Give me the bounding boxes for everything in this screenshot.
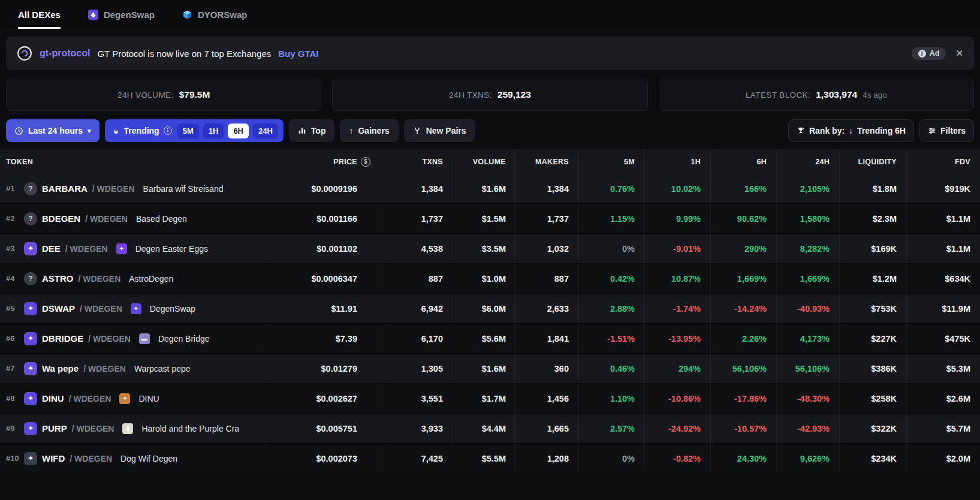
trending-pill[interactable]: 1H <box>203 124 224 138</box>
token-cell: #5 ✦ DSWAP / WDEGEN ✦ DegenSwap <box>0 294 264 323</box>
table-row[interactable]: #6 ✦ DBRIDGE / WDEGEN ▬ Degen Bridge $7.… <box>0 324 980 354</box>
token-name: Based Degen <box>136 214 187 224</box>
trending-pill[interactable]: 24H <box>253 124 278 138</box>
change-1h-cell: -1.74% <box>644 294 710 323</box>
top-button[interactable]: Top <box>289 119 335 142</box>
col-24h[interactable]: 24H <box>776 149 839 174</box>
txns-cell: 1,384 <box>384 174 453 203</box>
table-row[interactable]: #3 ✦ DEE / WDEGEN ✦ Degen Easter Eggs $0… <box>0 234 980 264</box>
fdv-cell: $11.9M <box>906 294 980 323</box>
liquidity-cell: $753K <box>839 294 906 323</box>
volume-cell: $1.6M <box>453 174 515 203</box>
makers-cell: 1,208 <box>515 444 578 473</box>
rank-by-value: Trending 6H <box>857 126 906 135</box>
time-range-dropdown[interactable]: Last 24 hours ▾ <box>6 119 99 142</box>
table-row[interactable]: #7 ✦ Wa pepe / WDEGEN Warpcast pepe $0.0… <box>0 354 980 384</box>
change-5m-cell: 2.88% <box>578 294 644 323</box>
token-quote: / WDEGEN <box>83 364 126 374</box>
token-quote: / WDEGEN <box>88 334 131 344</box>
fdv-cell: $2.6M <box>906 384 980 413</box>
table-row[interactable]: #1 ? BARBARA / WDEGEN Barbara wif Streis… <box>0 174 980 204</box>
change-5m-cell: 1.15% <box>578 204 644 233</box>
new-pairs-button[interactable]: New Pairs <box>404 119 475 142</box>
trending-pill[interactable]: 6H <box>228 124 249 138</box>
col-txns[interactable]: TXNS <box>384 149 453 174</box>
txns-cell: 1,737 <box>384 204 453 233</box>
ad-badge[interactable]: i Ad <box>912 47 946 60</box>
change-1h-cell: 294% <box>644 354 710 383</box>
token-icon: ✦ <box>24 242 37 255</box>
liquidity-cell: $1.2M <box>839 264 906 293</box>
token-symbol: Wa pepe <box>42 363 79 374</box>
tab-label: All DEXes <box>18 10 61 20</box>
table-row[interactable]: #2 ? BDEGEN / WDEGEN Based Degen $0.0011… <box>0 204 980 234</box>
volume-cell: $5.5M <box>453 444 515 473</box>
token-name: Harold and the Purple Cra <box>141 424 239 433</box>
clock-icon <box>14 126 23 135</box>
filters-button[interactable]: Filters <box>919 119 974 142</box>
buy-gtai-link[interactable]: Buy GTAI <box>278 49 318 59</box>
table-row[interactable]: #4 ? ASTRO / WDEGEN AstroDegen $0.000634… <box>0 264 980 294</box>
price-cell: $0.002073 <box>264 444 384 473</box>
token-symbol: PURP <box>42 423 67 433</box>
price-cell: $11.91 <box>264 294 384 323</box>
price-cell: $0.002627 <box>264 384 384 413</box>
makers-cell: 1,737 <box>515 204 578 233</box>
change-6h-cell: -10.57% <box>710 414 776 443</box>
sliders-icon <box>928 126 936 135</box>
table-row[interactable]: #8 ✦ DINU / WDEGEN ✦ DINU $0.002627 3,55… <box>0 384 980 414</box>
liquidity-cell: $227K <box>839 324 906 353</box>
price-cell: $7.39 <box>264 324 384 353</box>
volume-cell: $5.6M <box>453 324 515 353</box>
col-6h[interactable]: 6H <box>710 149 776 174</box>
close-icon[interactable]: ✕ <box>955 48 963 59</box>
token-icon: ✦ <box>24 362 37 375</box>
change-6h-cell: 2.26% <box>710 324 776 353</box>
change-6h-cell: 1,669% <box>710 264 776 293</box>
token-name: Barbara wif Streisand <box>143 184 224 194</box>
stat-value: 1,303,974 <box>816 89 857 100</box>
tab-all-dexes[interactable]: All DEXes <box>18 0 61 29</box>
token-cell: #2 ? BDEGEN / WDEGEN Based Degen <box>0 204 264 233</box>
gainers-button[interactable]: ↑ Gainers <box>340 119 398 142</box>
stat-age: 4s ago <box>863 91 887 100</box>
table-row[interactable]: #10 ✦ WIFD / WDEGEN Dog Wif Degen $0.002… <box>0 444 980 474</box>
txns-cell: 6,170 <box>384 324 453 353</box>
token-quote: / WDEGEN <box>85 214 128 224</box>
token-symbol: DSWAP <box>42 303 75 314</box>
top-button-label: Top <box>311 126 326 135</box>
change-5m-cell: 2.57% <box>578 414 644 443</box>
token-symbol: DINU <box>42 393 64 403</box>
col-volume[interactable]: VOLUME <box>453 149 515 174</box>
tab-degenswap[interactable]: DegenSwap <box>88 0 155 29</box>
rank-by-button[interactable]: Rank by: ↓ Trending 6H <box>788 119 914 142</box>
col-5m[interactable]: 5M <box>578 149 644 174</box>
token-icon: ? <box>24 212 37 225</box>
col-fdv[interactable]: FDV <box>906 149 980 174</box>
change-24h-cell: 4,173% <box>776 324 839 353</box>
col-makers[interactable]: MAKERS <box>515 149 578 174</box>
change-1h-cell: -13.95% <box>644 324 710 353</box>
table-row[interactable]: #5 ✦ DSWAP / WDEGEN ✦ DegenSwap $11.91 6… <box>0 294 980 324</box>
col-liquidity[interactable]: LIQUIDITY <box>839 149 906 174</box>
ad-brand-link[interactable]: gt-protocol <box>40 48 90 59</box>
trending-pill[interactable]: 5M <box>177 124 199 138</box>
table-row[interactable]: #9 ✦ PURP / WDEGEN ▮ Harold and the Purp… <box>0 414 980 444</box>
token-quote: / WDEGEN <box>80 304 122 314</box>
col-1h[interactable]: 1H <box>644 149 710 174</box>
col-token[interactable]: TOKEN <box>0 149 264 174</box>
change-24h-cell: 56,106% <box>776 354 839 383</box>
token-icon: ? <box>24 182 37 195</box>
info-icon: i <box>918 50 926 58</box>
change-5m-cell: 0.76% <box>578 174 644 203</box>
tab-dyorswap[interactable]: DYORSwap <box>182 0 248 29</box>
token-cell: #1 ? BARBARA / WDEGEN Barbara wif Streis… <box>0 174 264 203</box>
volume-cell: $1.7M <box>453 384 515 413</box>
token-rank: #8 <box>6 394 19 403</box>
col-price[interactable]: PRICE $ <box>264 149 384 174</box>
txns-cell: 6,942 <box>384 294 453 323</box>
token-name-icon: ▬ <box>139 333 150 344</box>
fdv-cell: $2.0M <box>906 444 980 473</box>
fdv-cell: $634K <box>906 264 980 293</box>
token-rank: #3 <box>6 244 19 253</box>
